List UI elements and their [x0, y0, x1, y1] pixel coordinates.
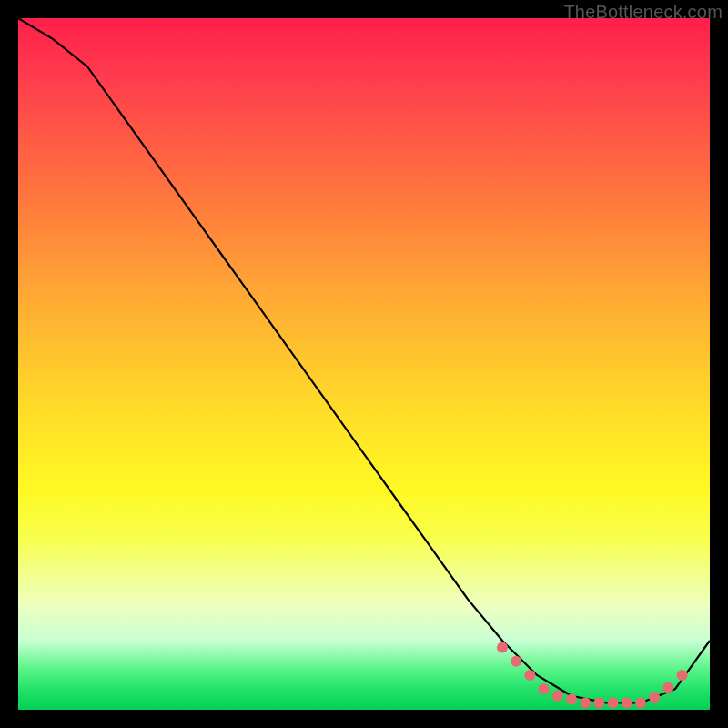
marker-point [524, 670, 535, 681]
marker-point [593, 697, 604, 708]
bottleneck-curve [18, 18, 710, 703]
marker-point [511, 656, 521, 667]
marker-point [677, 670, 688, 681]
marker-point [552, 691, 563, 702]
marker-point [662, 682, 673, 693]
highlighted-points [497, 642, 688, 709]
chart-container: TheBottleneck.com [0, 0, 728, 728]
marker-point [566, 694, 577, 705]
marker-point [539, 683, 550, 694]
marker-point [497, 642, 508, 653]
plot-area [18, 18, 710, 710]
marker-point [580, 697, 591, 708]
curve-layer [18, 18, 710, 710]
marker-point [649, 692, 660, 703]
marker-point [635, 697, 646, 708]
marker-point [608, 697, 619, 708]
marker-point [622, 697, 632, 708]
